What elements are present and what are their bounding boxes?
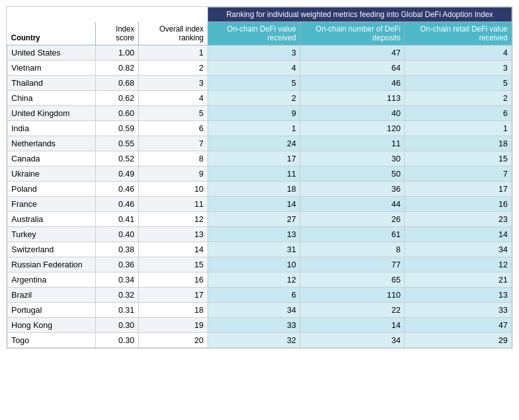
on-chain-retail-cell: 47	[405, 318, 512, 333]
country-cell: United Kingdom	[8, 106, 96, 121]
country-cell: Hong Kong	[8, 318, 96, 333]
index-score-cell: 0.52	[96, 151, 139, 166]
country-cell: Switzerland	[8, 242, 96, 257]
on-chain-number-cell: 65	[300, 272, 405, 288]
on-chain-defi-value-cell: 4	[207, 61, 300, 76]
on-chain-retail-cell: 6	[405, 106, 512, 121]
on-chain-defi-value-cell: 12	[207, 272, 300, 288]
overall-ranking-cell: 2	[138, 61, 207, 76]
overall-ranking-cell: 7	[138, 136, 207, 151]
index-score-cell: 0.30	[96, 333, 139, 348]
overall-ranking-cell: 13	[138, 227, 207, 242]
table-row: Thailand0.6835465	[8, 76, 512, 91]
country-cell: Thailand	[8, 76, 96, 91]
index-score-cell: 0.60	[96, 106, 139, 121]
on-chain-number-cell: 11	[300, 136, 405, 151]
overall-ranking-cell: 20	[138, 333, 207, 348]
overall-ranking-cell: 19	[138, 318, 207, 333]
index-score-cell: 0.82	[96, 61, 139, 76]
overall-ranking-cell: 8	[138, 151, 207, 166]
country-cell: Portugal	[8, 303, 96, 318]
on-chain-defi-value-cell: 5	[207, 76, 300, 91]
index-score-cell: 0.38	[96, 242, 139, 257]
index-score-cell: 0.36	[96, 257, 139, 272]
on-chain-retail-cell: 33	[405, 303, 512, 318]
on-chain-defi-value-cell: 33	[207, 318, 300, 333]
table-row: United Kingdom0.6059406	[8, 106, 512, 121]
overall-ranking-cell: 10	[138, 182, 207, 197]
on-chain-number-cell: 110	[300, 288, 405, 303]
on-chain-number-cell: 61	[300, 227, 405, 242]
on-chain-number-cell: 77	[300, 257, 405, 272]
on-chain-defi-value-cell: 1	[207, 121, 300, 136]
on-chain-defi-value-cell: 27	[207, 212, 300, 227]
table-row: China0.62421132	[8, 91, 512, 106]
on-chain-retail-cell: 18	[405, 136, 512, 151]
on-chain-retail-cell: 13	[405, 288, 512, 303]
on-chain-defi-value-cell: 34	[207, 303, 300, 318]
overall-ranking-cell: 12	[138, 212, 207, 227]
group-header-row: Ranking for individual weighted metrics …	[8, 8, 512, 22]
index-score-cell: 0.68	[96, 76, 139, 91]
index-score-cell: 0.55	[96, 136, 139, 151]
on-chain-number-cell: 44	[300, 197, 405, 212]
on-chain-defi-value-cell: 3	[207, 45, 300, 61]
country-cell: Russian Federation	[8, 257, 96, 272]
on-chain-number-cell: 34	[300, 333, 405, 348]
on-chain-number-cell: 36	[300, 182, 405, 197]
index-score-cell: 1.00	[96, 45, 139, 61]
country-cell: Ukraine	[8, 166, 96, 182]
country-cell: India	[8, 121, 96, 136]
table-row: Argentina0.3416126521	[8, 272, 512, 288]
table-row: India0.59611201	[8, 121, 512, 136]
on-chain-retail-cell: 5	[405, 76, 512, 91]
on-chain-defi-value-cell: 13	[207, 227, 300, 242]
overall-ranking-cell: 9	[138, 166, 207, 182]
on-chain-defi-value-cell: 31	[207, 242, 300, 257]
on-chain-number-cell: 46	[300, 76, 405, 91]
overall-ranking-header: Overall index ranking	[138, 22, 207, 45]
on-chain-retail-cell: 1	[405, 121, 512, 136]
index-score-cell: 0.31	[96, 303, 139, 318]
overall-ranking-cell: 6	[138, 121, 207, 136]
on-chain-retail-cell: 7	[405, 166, 512, 182]
overall-ranking-cell: 17	[138, 288, 207, 303]
table-row: Poland0.4610183617	[8, 182, 512, 197]
main-table-container: Ranking for individual weighted metrics …	[6, 6, 513, 349]
table-body: United States1.0013474Vietnam0.8224643Th…	[8, 45, 512, 348]
on-chain-defi-value-cell: 2	[207, 91, 300, 106]
overall-ranking-cell: 16	[138, 272, 207, 288]
data-table: Ranking for individual weighted metrics …	[7, 7, 512, 348]
on-chain-number-cell: 8	[300, 242, 405, 257]
on-chain-retail-cell: 4	[405, 45, 512, 61]
table-row: Canada0.528173015	[8, 151, 512, 166]
on-chain-retail-cell: 17	[405, 182, 512, 197]
country-cell: Brazil	[8, 288, 96, 303]
on-chain-retail-header: On-chain retail DeFi value received	[405, 22, 512, 45]
table-row: Netherlands0.557241118	[8, 136, 512, 151]
index-score-cell: 0.41	[96, 212, 139, 227]
table-row: Hong Kong0.3019331447	[8, 318, 512, 333]
on-chain-defi-value-cell: 17	[207, 151, 300, 166]
index-score-cell: 0.32	[96, 288, 139, 303]
overall-ranking-cell: 1	[138, 45, 207, 61]
country-cell: Turkey	[8, 227, 96, 242]
on-chain-defi-value-cell: 18	[207, 182, 300, 197]
country-cell: Poland	[8, 182, 96, 197]
on-chain-defi-value-cell: 11	[207, 166, 300, 182]
on-chain-defi-value-cell: 24	[207, 136, 300, 151]
on-chain-defi-value-header: On-chain DeFi value received	[207, 22, 300, 45]
table-row: Turkey0.4013136114	[8, 227, 512, 242]
country-header: Country	[8, 22, 96, 45]
on-chain-retail-cell: 34	[405, 242, 512, 257]
country-cell: Netherlands	[8, 136, 96, 151]
on-chain-defi-value-cell: 10	[207, 257, 300, 272]
on-chain-retail-cell: 3	[405, 61, 512, 76]
on-chain-number-cell: 113	[300, 91, 405, 106]
empty-header	[8, 8, 208, 22]
overall-ranking-cell: 3	[138, 76, 207, 91]
table-row: Ukraine0.49911507	[8, 166, 512, 182]
on-chain-retail-cell: 23	[405, 212, 512, 227]
index-score-cell: 0.46	[96, 197, 139, 212]
table-row: Vietnam0.8224643	[8, 61, 512, 76]
